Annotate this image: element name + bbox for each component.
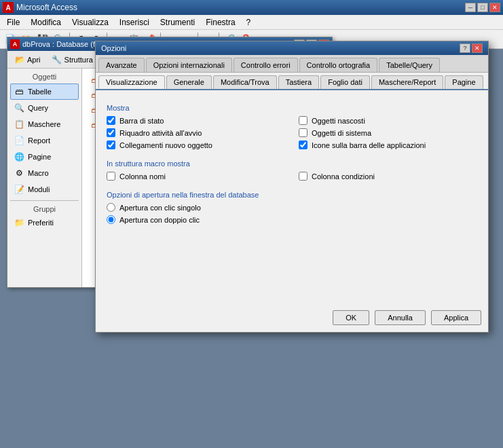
sidebar-item-maschere[interactable]: 📋 Maschere (10, 116, 79, 132)
menu-help[interactable]: ? (241, 16, 257, 29)
preferiti-icon: 📁 (14, 217, 24, 228)
cb-collegamenti[interactable] (107, 141, 115, 149)
cb-colonna-condizioni[interactable] (299, 172, 308, 181)
macro-checkboxes: Colonna nomi Colonna condizioni (107, 172, 477, 184)
options-sub-tab-bar: Visualizzazione Generale Modifica/Trova … (96, 73, 488, 90)
sub-tab-pagine[interactable]: Pagine (445, 75, 483, 89)
groups-label: Gruppi (10, 204, 79, 214)
sub-tab-maschere-report[interactable]: Maschere/Report (371, 75, 443, 89)
apertura-section: Opzioni di apertura nella finestra del d… (107, 191, 477, 224)
sidebar-item-preferiti[interactable]: 📁 Preferiti (10, 214, 79, 231)
db-open-btn[interactable]: 📂 Apri (10, 52, 45, 67)
app-title: Microsoft Access (16, 3, 465, 12)
menu-finestra[interactable]: Finestra (200, 16, 240, 29)
macro-right: Colonna condizioni (299, 172, 477, 184)
applica-button[interactable]: Applica (431, 310, 481, 325)
mostra-right: Oggetti nascosti Oggetti di sistema Icon… (299, 116, 477, 153)
sub-tab-visualizzazione[interactable]: Visualizzazione (98, 75, 165, 89)
menu-inserisci[interactable]: Inserisci (114, 16, 155, 29)
cb-oggetti-sistema[interactable] (299, 128, 308, 137)
sidebar-item-tabelle[interactable]: 🗃 Tabelle (10, 83, 79, 100)
menu-modifica[interactable]: Modifica (25, 16, 67, 29)
macro-section: In struttura macro mostra Colonna nomi C… (107, 160, 477, 184)
options-tab-bar: Avanzate Opzioni internazionali Controll… (96, 55, 488, 73)
options-title: Opzioni (101, 44, 460, 52)
options-content: Mostra Barra di stato Riquadro attività … (96, 90, 488, 236)
cb-oggetti-nascosti[interactable] (299, 116, 308, 125)
db-icon: A (10, 39, 20, 49)
cb-barra-stato-row[interactable]: Barra di stato (107, 116, 285, 125)
pagine-icon: 🌐 (14, 151, 24, 162)
radio-doppio[interactable] (107, 215, 115, 224)
cb-oggetti-nascosti-row[interactable]: Oggetti nascosti (299, 116, 477, 125)
menu-file[interactable]: File (1, 16, 25, 29)
db-sidebar: Oggetti 🗃 Tabelle 🔍 Query 📋 Maschere 📄 R… (7, 69, 82, 287)
report-icon: 📄 (14, 135, 24, 146)
query-icon: 🔍 (14, 102, 24, 113)
sidebar-item-report[interactable]: 📄 Report (10, 132, 79, 149)
sidebar-divider (10, 200, 79, 201)
cb-oggetti-sistema-row[interactable]: Oggetti di sistema (299, 128, 477, 137)
sub-tab-foglio-dati[interactable]: Foglio dati (320, 75, 370, 89)
app-minimize-btn[interactable]: ─ (465, 3, 476, 12)
macro-left: Colonna nomi (107, 172, 285, 184)
cb-colonna-nomi-row[interactable]: Colonna nomi (107, 172, 285, 181)
apertura-section-label: Opzioni di apertura nella finestra del d… (107, 191, 477, 199)
sub-tab-tastiera[interactable]: Tastiera (278, 75, 320, 89)
sub-tab-modifica[interactable]: Modifica/Trova (213, 75, 277, 89)
app-icon: A (3, 2, 14, 13)
moduli-icon: 📝 (14, 184, 24, 195)
tabelle-icon: 🗃 (14, 86, 24, 97)
options-titlebar: Opzioni ? ✕ (96, 41, 488, 55)
options-help-btn[interactable]: ? (460, 43, 470, 53)
sidebar-item-macro[interactable]: ⚙ Macro (10, 165, 79, 181)
app-titlebar: A Microsoft Access ─ □ ✕ (0, 0, 503, 15)
macro-section-label: In struttura macro mostra (107, 160, 477, 168)
mostra-section-label: Mostra (107, 104, 477, 112)
mostra-checkboxes: Barra di stato Riquadro attività all'avv… (107, 116, 477, 153)
options-close-btn[interactable]: ✕ (472, 43, 483, 53)
objects-label: Oggetti (10, 71, 79, 82)
tab-ortografia[interactable]: Controllo ortografia (299, 58, 378, 72)
app-close-btn[interactable]: ✕ (489, 3, 500, 12)
app-maximize-btn[interactable]: □ (477, 3, 488, 12)
ok-button[interactable]: OK (333, 310, 369, 325)
options-footer: OK Annulla Applica (333, 310, 481, 325)
cb-icone-row[interactable]: Icone sulla barra delle applicazioni (299, 141, 477, 149)
cb-collegamenti-row[interactable]: Collegamenti nuovo oggetto (107, 141, 285, 149)
cb-colonna-condizioni-row[interactable]: Colonna condizioni (299, 172, 477, 181)
db-structure-btn[interactable]: 🔧 Struttura (48, 52, 97, 67)
radio-singolo-row[interactable]: Apertura con clic singolo (107, 203, 477, 212)
cb-barra-stato[interactable] (107, 116, 115, 125)
radio-singolo[interactable] (107, 203, 115, 212)
sub-tab-generale[interactable]: Generale (166, 75, 212, 89)
macro-icon: ⚙ (14, 168, 24, 179)
sidebar-item-query[interactable]: 🔍 Query (10, 100, 79, 116)
menu-strumenti[interactable]: Strumenti (155, 16, 200, 29)
tab-tabelle-query[interactable]: Tabelle/Query (379, 58, 440, 72)
cb-riquadro-row[interactable]: Riquadro attività all'avvio (107, 128, 285, 137)
menu-visualizza[interactable]: Visualizza (67, 16, 114, 29)
tab-avanzate[interactable]: Avanzate (98, 58, 145, 72)
menubar: File Modifica Visualizza Inserisci Strum… (0, 15, 503, 30)
open-icon: 📂 (14, 54, 25, 65)
options-title-controls: ? ✕ (460, 43, 483, 53)
sidebar-item-moduli[interactable]: 📝 Moduli (10, 181, 79, 198)
cb-riquadro[interactable] (107, 128, 115, 137)
annulla-button[interactable]: Annulla (375, 310, 426, 325)
options-dialog: Opzioni ? ✕ Avanzate Opzioni internazion… (95, 41, 489, 333)
cb-colonna-nomi[interactable] (107, 172, 115, 181)
structure-icon: 🔧 (52, 54, 62, 65)
cb-icone[interactable] (299, 141, 308, 149)
radio-doppio-row[interactable]: Apertura con doppio clic (107, 215, 477, 224)
sidebar-item-pagine[interactable]: 🌐 Pagine (10, 149, 79, 165)
tab-controllo-errori[interactable]: Controllo errori (234, 58, 298, 72)
mostra-left: Barra di stato Riquadro attività all'avv… (107, 116, 285, 153)
maschere-icon: 📋 (14, 119, 24, 130)
tab-internazionali[interactable]: Opzioni internazionali (146, 58, 232, 72)
